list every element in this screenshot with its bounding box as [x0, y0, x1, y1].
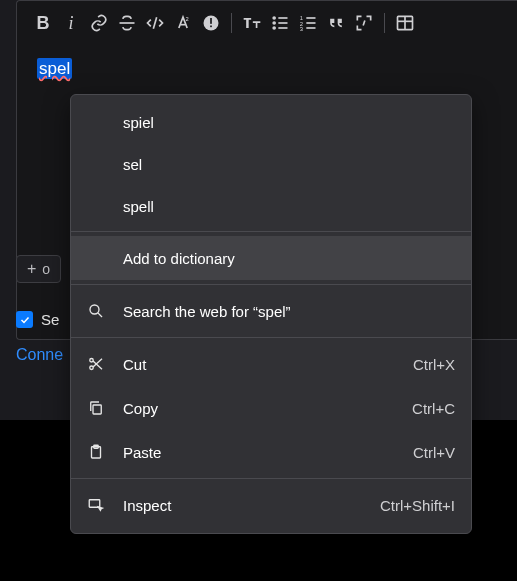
spelling-suggestion[interactable]: spiel — [71, 101, 471, 143]
numbered-list-button[interactable]: 123 — [296, 11, 320, 35]
check-icon — [19, 314, 31, 326]
menu-divider — [71, 284, 471, 285]
svg-text:2: 2 — [186, 16, 189, 22]
copy-item[interactable]: Copy Ctrl+C — [71, 386, 471, 430]
menu-divider — [71, 337, 471, 338]
numbered-list-icon: 123 — [298, 13, 318, 33]
misspelled-word[interactable]: spel — [37, 58, 72, 79]
svg-rect-29 — [93, 405, 101, 414]
paste-item[interactable]: Paste Ctrl+V — [71, 430, 471, 474]
italic-button[interactable]: i — [59, 11, 83, 35]
spelling-suggestion[interactable]: sel — [71, 143, 471, 185]
svg-text:3: 3 — [300, 26, 303, 32]
table-icon — [395, 13, 415, 33]
shortcut-text: Ctrl+X — [413, 356, 455, 373]
alert-circle-icon — [201, 13, 221, 33]
search-web-item[interactable]: Search the web for “spel” — [71, 289, 471, 333]
text-size-button[interactable] — [240, 11, 264, 35]
bold-button[interactable]: B — [31, 11, 55, 35]
shortcut-text: Ctrl+C — [412, 400, 455, 417]
bullet-list-icon — [270, 13, 290, 33]
font-color-button[interactable]: 2 — [171, 11, 195, 35]
svg-point-8 — [273, 22, 275, 24]
scissors-icon — [87, 355, 105, 373]
menu-divider — [71, 231, 471, 232]
toolbar-separator — [231, 13, 232, 33]
editor-toolbar: B i 2 123 — [17, 1, 517, 43]
code-block-button[interactable] — [352, 11, 376, 35]
checkbox-label: Se — [41, 311, 59, 328]
menu-divider — [71, 478, 471, 479]
cut-item[interactable]: Cut Ctrl+X — [71, 342, 471, 386]
inspect-icon — [87, 496, 105, 514]
svg-point-9 — [273, 27, 275, 29]
svg-line-1 — [153, 17, 156, 29]
shortcut-text: Ctrl+V — [413, 444, 455, 461]
code-block-icon — [354, 13, 374, 33]
add-chip-button[interactable]: + o — [16, 255, 61, 283]
code-icon — [145, 13, 165, 33]
copy-icon — [87, 399, 105, 417]
quote-icon — [326, 13, 346, 33]
text-size-icon — [241, 13, 263, 33]
plus-icon: + — [27, 261, 36, 277]
shortcut-text: Ctrl+Shift+I — [380, 497, 455, 514]
link-button[interactable] — [87, 11, 111, 35]
spelling-suggestion[interactable]: spell — [71, 185, 471, 227]
inspect-item[interactable]: Inspect Ctrl+Shift+I — [71, 483, 471, 527]
strikethrough-icon — [117, 13, 137, 33]
code-button[interactable] — [143, 11, 167, 35]
context-menu: spiel sel spell Add to dictionary Search… — [70, 94, 472, 534]
svg-point-7 — [273, 17, 275, 19]
font-color-icon: 2 — [173, 13, 193, 33]
bullet-list-button[interactable] — [268, 11, 292, 35]
link-icon — [89, 13, 109, 33]
add-chip-label: o — [42, 261, 50, 277]
svg-line-19 — [363, 21, 365, 26]
quote-button[interactable] — [324, 11, 348, 35]
add-to-dictionary-item[interactable]: Add to dictionary — [71, 236, 471, 280]
svg-rect-6 — [210, 26, 212, 28]
search-icon — [87, 302, 105, 320]
table-button[interactable] — [393, 11, 417, 35]
svg-point-23 — [90, 305, 99, 314]
svg-line-24 — [98, 313, 102, 317]
clipboard-icon — [87, 443, 105, 461]
strikethrough-button[interactable] — [115, 11, 139, 35]
more-button[interactable] — [199, 11, 223, 35]
svg-rect-5 — [210, 18, 212, 24]
checkbox[interactable] — [16, 311, 33, 328]
svg-rect-32 — [89, 500, 100, 508]
toolbar-separator — [384, 13, 385, 33]
